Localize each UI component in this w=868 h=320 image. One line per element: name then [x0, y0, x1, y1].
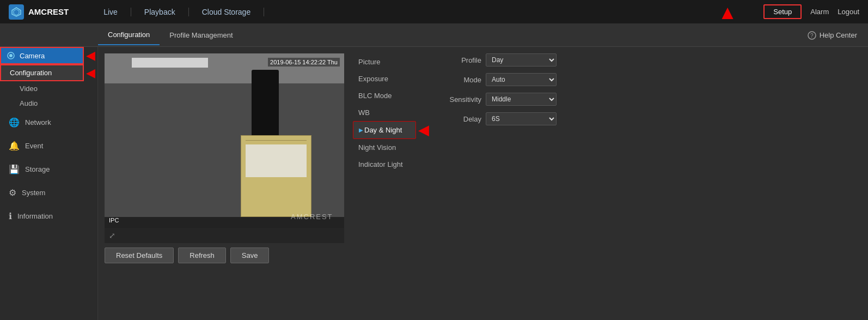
svg-point-5: [9, 54, 13, 57]
arrow-up-icon: ▲: [718, 1, 737, 24]
menu-day-night-row: ▶ Day & Night ◀: [353, 121, 429, 139]
system-icon: ⚙: [9, 188, 16, 198]
config-label-text: Configuration: [10, 69, 52, 77]
preview-expand-bar: ⤢: [105, 228, 344, 243]
mode-select[interactable]: Auto Color B/W: [486, 73, 557, 86]
nav-links: Live Playback Cloud Storage: [90, 8, 763, 16]
preview-ipc-label: IPC: [109, 217, 119, 224]
sidebar-event-label: Event: [25, 142, 43, 150]
nav-cloud-storage[interactable]: Cloud Storage: [189, 8, 265, 16]
menu-wb[interactable]: WB: [353, 104, 429, 121]
sensitivity-select[interactable]: Low Middle High: [486, 93, 557, 106]
nav-playback[interactable]: Playback: [131, 8, 189, 16]
camera-icon: [7, 51, 15, 60]
profile-label: Profile: [438, 56, 481, 64]
content-area: 2019-06-15 14:22:22 Thu IPC AMCREST ⤢ Re: [98, 47, 868, 320]
amcrest-watermark: AMCREST: [291, 212, 340, 222]
sidebar-item-configuration[interactable]: Configuration: [0, 64, 84, 81]
logo: AMCREST: [9, 4, 69, 20]
mode-label: Mode: [438, 76, 481, 84]
refresh-button[interactable]: Refresh: [178, 247, 226, 263]
svg-text:?: ?: [810, 33, 814, 39]
logo-text: AMCREST: [28, 7, 69, 16]
reset-defaults-button[interactable]: Reset Defaults: [105, 247, 174, 263]
tab-profile-management[interactable]: Profile Management: [160, 26, 242, 45]
arrow-day-night-icon: ◀: [418, 122, 429, 138]
profile-select[interactable]: Day Night Normal: [486, 53, 557, 67]
menu-exposure[interactable]: Exposure: [353, 70, 429, 87]
save-button[interactable]: Save: [230, 247, 270, 263]
help-icon: ?: [808, 31, 816, 40]
network-icon: 🌐: [9, 117, 20, 128]
preview-logo-label: AMCREST: [291, 212, 340, 224]
camera-preview-image: 2019-06-15 14:22:22 Thu IPC AMCREST: [105, 53, 344, 228]
sidebar-camera-section: Camera ◀: [0, 47, 97, 64]
sidebar-item-system[interactable]: ⚙ System: [0, 181, 97, 204]
menu-indicator-light[interactable]: Indicator Light: [353, 156, 429, 173]
menu-picture[interactable]: Picture: [353, 53, 429, 70]
nav-right: Setup ▲ Alarm Logout: [763, 4, 859, 19]
help-center-label: Help Center: [820, 31, 857, 39]
settings-menu: Picture Exposure BLC Mode WB ▶ Day & Nig…: [353, 53, 429, 313]
logout-button[interactable]: Logout: [838, 8, 859, 16]
logo-icon: [9, 4, 24, 20]
delay-row: Delay 6S 12S 30S: [438, 112, 861, 125]
menu-day-night[interactable]: ▶ Day & Night: [353, 121, 416, 139]
sensitivity-label: Sensitivity: [438, 95, 481, 104]
top-navigation: AMCREST Live Playback Cloud Storage Setu…: [0, 0, 868, 24]
event-icon: 🔔: [9, 141, 20, 151]
sensitivity-row: Sensitivity Low Middle High: [438, 93, 861, 106]
sidebar: Camera ◀ Configuration ◀ Video Audio 🌐 N…: [0, 47, 98, 320]
camera-label-text: Camera: [20, 52, 45, 60]
sidebar-item-camera[interactable]: Camera: [0, 47, 84, 64]
mode-row: Mode Auto Color B/W: [438, 73, 861, 86]
help-center[interactable]: ? Help Center: [808, 31, 868, 40]
svg-marker-1: [14, 9, 19, 15]
storage-icon: 💾: [9, 164, 20, 174]
tab-configuration[interactable]: Configuration: [98, 25, 160, 45]
sub-tabs-bar: Configuration Profile Management ? Help …: [0, 24, 868, 47]
sidebar-item-network[interactable]: 🌐 Network: [0, 111, 97, 134]
setup-button[interactable]: Setup: [763, 4, 802, 19]
sidebar-item-video[interactable]: Video: [0, 81, 97, 96]
content-inner: 2019-06-15 14:22:22 Thu IPC AMCREST ⤢ Re: [105, 53, 861, 313]
sidebar-system-label: System: [22, 189, 45, 197]
config-options: Profile Day Night Normal Mode Auto Color: [438, 53, 861, 313]
delay-label: Delay: [438, 115, 481, 123]
bottom-buttons: Reset Defaults Refresh Save: [105, 243, 344, 263]
sidebar-information-label: Information: [17, 212, 53, 220]
expand-icon[interactable]: ⤢: [109, 231, 115, 240]
menu-blc-mode[interactable]: BLC Mode: [353, 87, 429, 104]
sidebar-item-information[interactable]: ℹ Information: [0, 204, 97, 228]
settings-panel: Picture Exposure BLC Mode WB ▶ Day & Nig…: [353, 53, 861, 313]
arrow-config-icon: ◀: [84, 66, 97, 80]
menu-night-vision[interactable]: Night Vision: [353, 139, 429, 156]
sidebar-config-section: Configuration ◀: [0, 64, 97, 81]
information-icon: ℹ: [9, 211, 12, 221]
nav-live[interactable]: Live: [90, 8, 131, 16]
day-night-arrow-icon: ▶: [359, 127, 363, 133]
menu-day-night-label: Day & Night: [364, 126, 402, 134]
sidebar-item-audio[interactable]: Audio: [0, 96, 97, 111]
sidebar-item-event[interactable]: 🔔 Event: [0, 134, 97, 158]
profile-row: Profile Day Night Normal: [438, 53, 861, 67]
delay-select[interactable]: 6S 12S 30S: [486, 112, 557, 125]
camera-preview-panel: 2019-06-15 14:22:22 Thu IPC AMCREST ⤢ Re: [105, 53, 344, 313]
main-layout: Camera ◀ Configuration ◀ Video Audio 🌐 N…: [0, 47, 868, 320]
sidebar-storage-label: Storage: [25, 165, 50, 173]
alarm-button[interactable]: Alarm: [810, 8, 829, 16]
arrow-camera-icon: ◀: [84, 49, 97, 63]
svg-text:AMCREST: AMCREST: [291, 213, 333, 221]
preview-timestamp: 2019-06-15 14:22:22 Thu: [268, 58, 340, 67]
sidebar-item-storage[interactable]: 💾 Storage: [0, 158, 97, 181]
sidebar-network-label: Network: [25, 118, 51, 126]
